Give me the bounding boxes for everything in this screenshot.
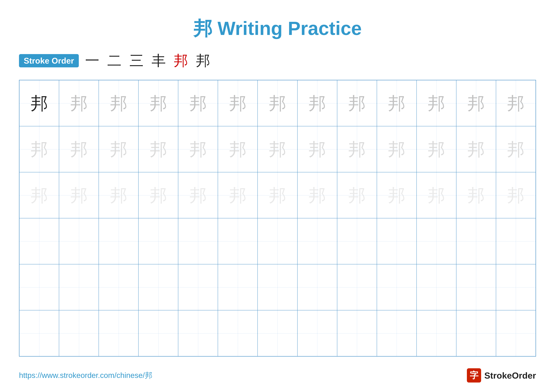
grid-cell[interactable] xyxy=(139,264,178,310)
grid-cell[interactable] xyxy=(496,264,536,310)
grid-cell[interactable]: 邦 xyxy=(496,80,536,126)
grid-cell[interactable] xyxy=(218,264,258,310)
grid-cell[interactable]: 邦 xyxy=(139,126,178,172)
grid-cell[interactable] xyxy=(218,310,258,356)
grid-cell[interactable]: 邦 xyxy=(456,172,496,218)
grid-cell[interactable]: 邦 xyxy=(337,80,377,126)
grid-cell[interactable]: 邦 xyxy=(416,126,456,172)
stroke-order-badge: Stroke Order xyxy=(19,54,79,67)
grid-cell[interactable]: 邦 xyxy=(377,172,416,218)
grid-cell[interactable] xyxy=(59,264,99,310)
grid-cell[interactable]: 邦 xyxy=(496,126,536,172)
grid-cell[interactable]: 邦 xyxy=(496,172,536,218)
grid-cell[interactable]: 邦 xyxy=(99,172,139,218)
grid-cell[interactable]: 邦 xyxy=(258,80,297,126)
grid-cell[interactable]: 邦 xyxy=(99,126,139,172)
footer-logo: 字 StrokeOrder xyxy=(467,368,536,383)
grid-cell[interactable] xyxy=(456,310,496,356)
grid-cell[interactable]: 邦 xyxy=(178,172,218,218)
practice-char: 邦 xyxy=(150,187,167,204)
practice-char: 邦 xyxy=(308,141,326,158)
practice-char: 邦 xyxy=(150,141,167,158)
grid-cell[interactable]: 邦 xyxy=(297,126,337,172)
practice-char: 邦 xyxy=(428,95,445,112)
practice-char: 邦 xyxy=(229,141,247,158)
grid-cell[interactable] xyxy=(456,264,496,310)
grid-cell[interactable] xyxy=(496,218,536,264)
grid-cell[interactable] xyxy=(297,310,337,356)
grid-cell[interactable]: 邦 xyxy=(258,126,297,172)
practice-char: 邦 xyxy=(70,141,88,158)
practice-char: 邦 xyxy=(388,95,405,112)
grid-cell[interactable]: 邦 xyxy=(19,172,59,218)
grid-cell[interactable] xyxy=(337,218,377,264)
grid-cell[interactable] xyxy=(178,310,218,356)
grid-cell[interactable] xyxy=(19,264,59,310)
practice-char: 邦 xyxy=(110,95,127,112)
grid-cell[interactable]: 邦 xyxy=(19,126,59,172)
grid-cell[interactable] xyxy=(258,264,297,310)
grid-cell[interactable] xyxy=(377,310,416,356)
footer-url[interactable]: https://www.strokeorder.com/chinese/邦 xyxy=(19,370,152,380)
grid-cell[interactable] xyxy=(416,218,456,264)
grid-cell[interactable] xyxy=(59,218,99,264)
grid-cell[interactable]: 邦 xyxy=(416,80,456,126)
grid-cell[interactable] xyxy=(99,264,139,310)
practice-char: 邦 xyxy=(269,187,286,204)
practice-char: 邦 xyxy=(428,141,445,158)
grid-cell[interactable]: 邦 xyxy=(337,172,377,218)
grid-cell[interactable]: 邦 xyxy=(297,80,337,126)
grid-cell[interactable]: 邦 xyxy=(218,126,258,172)
grid-cell[interactable]: 邦 xyxy=(416,172,456,218)
grid-cell[interactable]: 邦 xyxy=(19,80,59,126)
grid-cell[interactable]: 邦 xyxy=(456,80,496,126)
grid-cell[interactable]: 邦 xyxy=(139,80,178,126)
grid-cell[interactable]: 邦 xyxy=(59,80,99,126)
practice-char: 邦 xyxy=(467,187,485,204)
grid-cell[interactable]: 邦 xyxy=(99,80,139,126)
grid-cell[interactable]: 邦 xyxy=(178,80,218,126)
grid-cell[interactable]: 邦 xyxy=(337,126,377,172)
grid-cell[interactable]: 邦 xyxy=(377,80,416,126)
grid-cell[interactable]: 邦 xyxy=(218,172,258,218)
grid-cell[interactable]: 邦 xyxy=(258,172,297,218)
practice-char: 邦 xyxy=(507,187,525,204)
grid-cell[interactable] xyxy=(19,218,59,264)
grid-cell[interactable] xyxy=(59,310,99,356)
grid-cell[interactable] xyxy=(456,218,496,264)
practice-char: 邦 xyxy=(348,141,366,158)
practice-char: 邦 xyxy=(348,187,366,204)
grid-cell[interactable] xyxy=(178,264,218,310)
grid-cell[interactable] xyxy=(496,310,536,356)
grid-cell[interactable]: 邦 xyxy=(59,172,99,218)
title-char: 邦 Writing Practice xyxy=(193,18,362,39)
grid-cell[interactable] xyxy=(139,310,178,356)
grid-cell[interactable] xyxy=(377,264,416,310)
grid-cell[interactable]: 邦 xyxy=(178,126,218,172)
grid-cell[interactable] xyxy=(99,310,139,356)
grid-cell[interactable] xyxy=(416,264,456,310)
grid-cell[interactable] xyxy=(377,218,416,264)
practice-char: 邦 xyxy=(110,187,127,204)
grid-cell[interactable] xyxy=(178,218,218,264)
grid-cell[interactable]: 邦 xyxy=(377,126,416,172)
grid-cell[interactable] xyxy=(258,310,297,356)
grid-cell[interactable] xyxy=(99,218,139,264)
grid-cell[interactable] xyxy=(19,310,59,356)
stroke-step-3: 三 xyxy=(129,51,144,70)
grid-cell[interactable]: 邦 xyxy=(456,126,496,172)
grid-cell[interactable] xyxy=(337,310,377,356)
grid-cell[interactable]: 邦 xyxy=(139,172,178,218)
grid-cell[interactable] xyxy=(416,310,456,356)
practice-char: 邦 xyxy=(30,95,48,112)
grid-cell[interactable] xyxy=(297,218,337,264)
grid-cell[interactable]: 邦 xyxy=(59,126,99,172)
grid-cell[interactable] xyxy=(337,264,377,310)
grid-cell[interactable] xyxy=(297,264,337,310)
grid-cell[interactable]: 邦 xyxy=(297,172,337,218)
grid-cell[interactable] xyxy=(139,218,178,264)
grid-cell[interactable]: 邦 xyxy=(218,80,258,126)
grid-cell[interactable] xyxy=(218,218,258,264)
stroke-step-1: 一 xyxy=(85,51,99,70)
grid-cell[interactable] xyxy=(258,218,297,264)
